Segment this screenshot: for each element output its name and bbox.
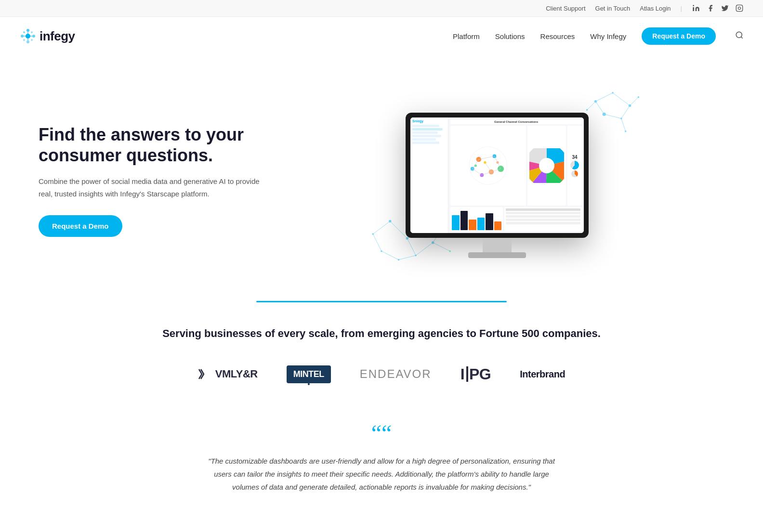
svg-point-22 [603, 113, 606, 116]
stat-circle-1 [570, 161, 579, 169]
hero-request-demo-button[interactable]: Request a Demo [39, 215, 122, 237]
twitter-icon[interactable] [721, 4, 729, 13]
search-icon[interactable] [735, 31, 744, 42]
dashboard-title: General Channel Conversations [450, 119, 582, 124]
monitor-screen: Sniegy General Channel Conversations [410, 117, 584, 233]
testimonial-section: ““ "The customizable dashboards are user… [0, 412, 763, 522]
svg-line-27 [613, 93, 630, 106]
hero-subtitle: Combine the power of social media data a… [39, 175, 270, 200]
endeavor-logo: ENDEAVOR [360, 367, 432, 381]
infegy-logo-icon [19, 27, 37, 45]
client-support-link[interactable]: Client Support [546, 5, 585, 12]
svg-point-8 [23, 31, 25, 33]
hero-right: Sniegy General Channel Conversations [270, 84, 724, 277]
monitor-illustration: Sniegy General Channel Conversations [406, 113, 589, 258]
svg-point-40 [398, 259, 400, 261]
svg-line-46 [390, 221, 408, 238]
main-nav: infegy Platform Solutions Resources Why … [0, 17, 763, 55]
logo[interactable]: infegy [19, 27, 75, 45]
svg-line-44 [373, 221, 390, 234]
bar-1 [452, 215, 460, 230]
nav-resources[interactable]: Resources [540, 32, 575, 40]
get-in-touch-link[interactable]: Get in Touch [595, 5, 631, 12]
svg-point-37 [381, 250, 382, 252]
svg-point-6 [21, 35, 24, 38]
svg-point-18 [594, 100, 597, 103]
svg-point-25 [625, 130, 627, 132]
svg-line-32 [587, 102, 596, 110]
hero-title: Find the answers to your consumer questi… [39, 124, 270, 166]
logo-text: infegy [39, 29, 75, 44]
ipg-pg: PG [469, 365, 491, 383]
svg-line-69 [473, 159, 479, 169]
quote-mark: ““ [58, 422, 705, 445]
bar-chart [450, 207, 503, 231]
svg-point-24 [586, 109, 588, 111]
svg-point-3 [26, 34, 30, 39]
svg-point-61 [471, 167, 474, 171]
nav-request-demo-button[interactable]: Request a Demo [642, 27, 716, 45]
svg-point-19 [612, 92, 614, 94]
svg-line-17 [741, 37, 742, 38]
svg-point-11 [23, 39, 25, 41]
clients-section: Serving businesses of every scale, from … [0, 326, 763, 412]
stat-number: 34 [572, 155, 577, 160]
svg-line-45 [373, 234, 382, 251]
bar-6 [494, 221, 502, 230]
monitor-neck [483, 238, 512, 252]
ipg-logo: I PG [460, 365, 491, 383]
svg-line-65 [479, 156, 495, 159]
dash-menu-3 [412, 131, 438, 134]
svg-line-26 [595, 93, 613, 102]
dash-menu-5 [412, 138, 436, 141]
svg-line-50 [382, 251, 399, 260]
vmly-logo: VMLY&R [198, 368, 258, 380]
monitor-frame: Sniegy General Channel Conversations [406, 113, 589, 238]
dashboard-charts: 34 [450, 126, 582, 206]
bar-2 [460, 211, 468, 230]
dash-menu-4 [412, 135, 441, 137]
dashboard-preview: Sniegy General Channel Conversations [410, 117, 584, 233]
svg-point-10 [31, 31, 33, 33]
social-links [692, 4, 744, 13]
svg-line-31 [630, 97, 639, 106]
dash-menu-2 [412, 128, 443, 130]
interbrand-logo: Interbrand [520, 369, 565, 380]
svg-rect-1 [736, 5, 742, 11]
stats-box: 34 [567, 126, 582, 206]
table-row-1 [506, 208, 580, 211]
bar-3 [469, 220, 476, 230]
svg-point-58 [498, 166, 504, 172]
linkedin-icon[interactable] [692, 4, 700, 13]
instagram-icon[interactable] [735, 4, 744, 13]
nav-links: Platform Solutions Resources Why Infegy … [453, 27, 744, 45]
table-row-5 [506, 222, 580, 224]
testimonial-text: "The customizable dashboards are user-fr… [208, 454, 555, 493]
clients-heading: Serving businesses of every scale, from … [29, 326, 734, 341]
nav-why-infegy[interactable]: Why Infegy [590, 32, 626, 40]
dashboard-main: General Channel Conversations [448, 117, 584, 233]
dash-menu-6 [412, 142, 439, 144]
dashboard-bottom [450, 207, 582, 231]
bar-4 [477, 218, 485, 230]
svg-point-21 [620, 117, 622, 119]
svg-line-70 [473, 169, 482, 175]
atlas-login-link[interactable]: Atlas Login [640, 5, 671, 12]
blue-divider [256, 301, 507, 302]
svg-point-20 [629, 104, 631, 107]
svg-line-33 [621, 118, 626, 131]
table-row-2 [506, 212, 580, 214]
svg-point-4 [26, 29, 29, 32]
nav-platform[interactable]: Platform [453, 32, 480, 40]
facebook-icon[interactable] [706, 4, 715, 13]
bar-5 [486, 213, 493, 230]
nav-solutions[interactable]: Solutions [495, 32, 525, 40]
table-row-4 [506, 219, 580, 221]
svg-point-9 [31, 39, 33, 41]
svg-point-5 [26, 40, 29, 43]
pie-chart [527, 126, 566, 206]
svg-point-35 [372, 233, 374, 235]
svg-point-79 [539, 158, 554, 173]
data-table [504, 207, 582, 231]
dashboard-sidebar: Sniegy [410, 117, 448, 233]
